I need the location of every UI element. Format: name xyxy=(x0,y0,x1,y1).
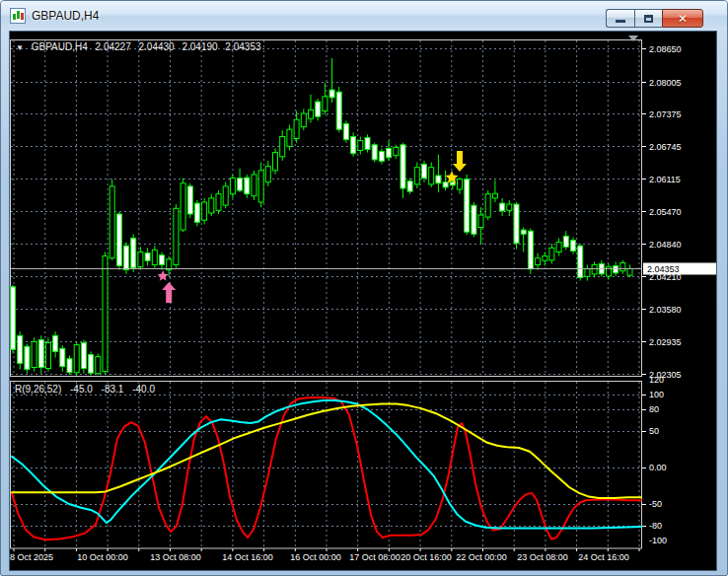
price-axis-label: 2.06115 xyxy=(649,175,681,184)
symbol-label: GBPAUD,H4 xyxy=(32,41,88,52)
chart-shift-marker-icon xyxy=(628,36,638,41)
candle-body xyxy=(465,180,470,233)
high-value: 2.04430 xyxy=(138,41,174,52)
maximize-button[interactable] xyxy=(634,9,662,28)
window-title: GBPAUD,H4 xyxy=(32,9,99,23)
price-axis-label: 2.03580 xyxy=(649,305,682,315)
open-value: 2.04227 xyxy=(96,41,131,52)
candle-body xyxy=(245,178,250,194)
sell-signal-arrow-icon xyxy=(453,151,467,172)
candle-body xyxy=(11,287,16,350)
osc-axis-label: -80 xyxy=(649,521,662,531)
candle-body xyxy=(351,137,356,154)
candle-body xyxy=(301,113,306,127)
indicator-panel-frame xyxy=(11,382,642,549)
maximize-icon xyxy=(644,15,653,23)
close-button[interactable]: ✕ xyxy=(662,9,703,28)
chart-client-area: 2.086502.080052.073752.067452.061152.054… xyxy=(9,31,717,571)
time-axis-label: 8 Oct 2025 xyxy=(10,552,53,562)
close-value: 2.04353 xyxy=(225,41,260,52)
candle-body xyxy=(238,179,243,191)
candle-body xyxy=(116,214,121,266)
candle-body xyxy=(372,145,377,160)
candle-body xyxy=(152,250,157,264)
sell-signal-star-icon xyxy=(445,171,458,183)
candle-body xyxy=(160,255,165,265)
time-axis-label: 20 Oct 16:00 xyxy=(400,552,452,562)
indicator-header: R(9,26,52) -45.0 -83.1 -40.0 xyxy=(15,384,161,395)
osc-axis-label: -50 xyxy=(649,499,662,509)
candle-body xyxy=(138,252,143,267)
indicator-value-fast: -45.0 xyxy=(70,384,93,395)
time-axis-label: 17 Oct 08:00 xyxy=(349,552,400,562)
osc-axis-label: 50 xyxy=(649,426,659,436)
candle-body xyxy=(223,186,228,205)
candle-body xyxy=(549,248,554,259)
candle-body xyxy=(472,205,476,234)
candle-body xyxy=(492,193,497,198)
candle-body xyxy=(429,168,434,184)
candle-body xyxy=(514,204,519,244)
price-axis-label: 2.04840 xyxy=(649,240,682,250)
candle-body xyxy=(400,145,405,188)
price-axis-label: 2.06745 xyxy=(649,142,682,152)
candle-body xyxy=(478,215,483,228)
osc-axis-label: -100 xyxy=(649,536,667,545)
price-axis-label: 2.02935 xyxy=(649,337,682,347)
candle-body xyxy=(329,90,334,98)
candle-body xyxy=(265,167,270,182)
title-bar[interactable]: GBPAUD,H4 ✕ xyxy=(1,1,727,31)
candle-body xyxy=(414,168,419,184)
candle-body xyxy=(563,236,568,247)
oscillator-line-R-mid xyxy=(12,400,641,529)
time-axis-label: 24 Oct 16:00 xyxy=(578,552,629,562)
time-axis-label: 23 Oct 08:00 xyxy=(517,552,568,562)
candle-body xyxy=(109,186,114,258)
candle-body xyxy=(38,339,43,367)
chart-app-icon xyxy=(10,8,26,24)
candle-body xyxy=(89,355,94,374)
candle-body xyxy=(407,181,412,191)
buy-signal-arrow-icon xyxy=(162,282,176,303)
candle-body xyxy=(365,138,370,150)
time-axis-label: 22 Oct 00:00 xyxy=(456,552,507,562)
candle-body xyxy=(273,153,278,171)
candle-body xyxy=(294,119,299,138)
candle-body xyxy=(81,343,86,369)
candle-body xyxy=(443,182,448,187)
candle-body xyxy=(309,109,314,118)
minimize-icon xyxy=(616,20,625,23)
candle-body xyxy=(592,265,597,274)
oscillator-line-R-fast xyxy=(12,397,641,540)
current-price-value: 2.04353 xyxy=(647,264,680,274)
candle-body xyxy=(187,186,192,214)
indicator-value-mid: -83.1 xyxy=(102,384,124,395)
candle-body xyxy=(379,152,384,162)
symbol-ohlc-header: ▼ GBPAUD,H4 2.04227 2.04430 2.04190 2.04… xyxy=(16,41,266,52)
indicator-value-slow: -40.0 xyxy=(132,384,155,395)
indicator-label: R(9,26,52) xyxy=(15,384,61,395)
candle-body xyxy=(323,97,328,111)
candle-body xyxy=(620,262,625,270)
candle-body xyxy=(614,266,619,273)
candle-body xyxy=(145,253,150,261)
candle-body xyxy=(507,204,512,210)
low-value: 2.04190 xyxy=(182,41,217,52)
candle-body xyxy=(485,194,490,217)
candle-body xyxy=(585,269,590,277)
chart-canvas[interactable]: 2.086502.080052.073752.067452.061152.054… xyxy=(10,32,716,570)
window-controls: ✕ xyxy=(606,9,703,28)
chevron-down-icon[interactable]: ▼ xyxy=(16,43,24,52)
candle-body xyxy=(67,359,72,373)
candle-body xyxy=(627,269,632,276)
candle-body xyxy=(343,124,348,140)
candle-body xyxy=(252,175,256,196)
candle-body xyxy=(543,256,547,261)
candle-body xyxy=(209,198,214,213)
candle-body xyxy=(18,335,23,363)
osc-axis-label: 120 xyxy=(649,375,664,385)
minimize-button[interactable] xyxy=(606,9,634,28)
candle-body xyxy=(230,179,235,194)
time-axis-label: 14 Oct 16:00 xyxy=(222,552,273,562)
candle-body xyxy=(394,147,399,155)
